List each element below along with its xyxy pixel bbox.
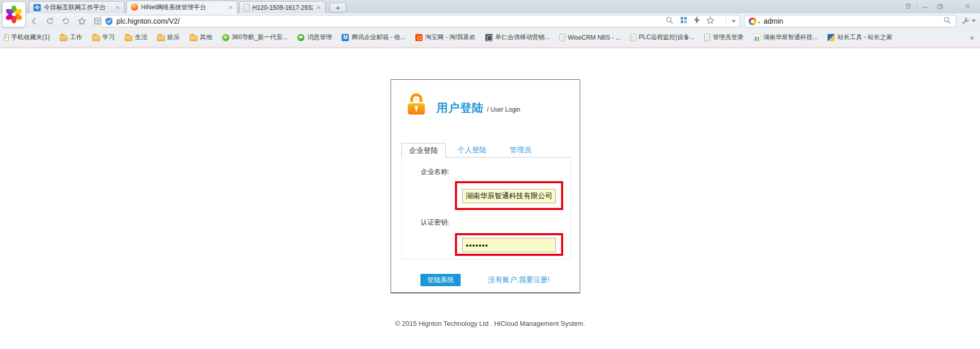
bookmark-item[interactable]: 管理员登录 (704, 33, 744, 42)
360-nav-icon (222, 34, 229, 41)
address-bar[interactable]: plc.hignton.com/V2/ (101, 15, 740, 27)
bookmark-item[interactable]: WiseCRM NBS - ... (560, 34, 621, 41)
bookmark-item[interactable]: 360导航_新一代安... (222, 33, 288, 42)
favorites-star-icon[interactable] (77, 16, 87, 26)
toolbar: plc.hignton.com/V2/ a (0, 13, 980, 29)
bookmark-item[interactable]: 手机收藏夹(1) (4, 33, 50, 42)
login-header: 用户登陆 / User Login (436, 100, 520, 116)
page-title: 用户登陆 (436, 100, 484, 116)
bookmark-item[interactable]: 单仁合强移动营销... (485, 33, 550, 42)
page-content: 用户登陆 / User Login 企业登陆 个人登陆 管理员 企业名称: 认证… (0, 48, 980, 349)
search-go-icon[interactable] (943, 16, 952, 27)
chinaz-icon (827, 34, 835, 41)
divider (917, 3, 917, 10)
folder-icon (157, 36, 165, 41)
bookmark-label: 手机收藏夹(1) (11, 33, 50, 42)
tab-title: 今目标互联网工作平台 (44, 3, 112, 12)
speed-mode-lightning-icon[interactable] (694, 16, 700, 26)
bookmark-item[interactable]: 淘宝网 - 淘!我喜欢 (415, 33, 476, 42)
bookmark-label: 单仁合强移动营销... (495, 33, 550, 42)
url-text[interactable]: plc.hignton.com/V2/ (116, 17, 665, 25)
bookmarks-overflow-chevron[interactable]: » (970, 33, 976, 42)
jin-app-icon: 今 (33, 4, 41, 11)
qr-code-icon[interactable] (680, 16, 688, 26)
browser-logo[interactable] (2, 2, 26, 27)
close-button[interactable] (960, 2, 975, 11)
search-engine-dropdown-icon[interactable] (757, 22, 761, 24)
login-form-panel: 企业名称: 认证密钥: (401, 157, 571, 259)
bookmark-folder[interactable]: 娱乐 (157, 33, 180, 42)
page-icon (704, 34, 710, 41)
dark-app-icon (485, 34, 493, 41)
back-icon[interactable] (29, 16, 39, 26)
close-tab-icon[interactable]: × (228, 4, 233, 11)
search-bar[interactable]: admin (744, 15, 956, 27)
close-tab-icon[interactable]: × (316, 4, 321, 11)
folder-icon (92, 36, 100, 41)
tab-admin-login[interactable]: 管理员 (498, 143, 543, 158)
bookmark-label: 湖南华辰智通科技... (763, 33, 818, 42)
bookmark-label: 娱乐 (167, 33, 180, 42)
close-tab-icon[interactable]: × (115, 4, 120, 11)
bookmark-item[interactable]: 消息管理 (297, 33, 332, 42)
undo-icon[interactable] (61, 16, 71, 26)
tools-menu[interactable] (961, 16, 976, 25)
restore-button[interactable] (933, 2, 947, 11)
bookmark-folder[interactable]: 学习 (92, 33, 115, 42)
search-input[interactable]: admin (764, 17, 943, 25)
login-submit-button[interactable]: 登陆系统 (420, 274, 461, 286)
tabs-container: 今 今目标互联网工作平台 × HiNet网络系统管理平台 × H120-1509… (29, 1, 346, 13)
chart-icon (753, 34, 761, 41)
tab-enterprise-login[interactable]: 企业登陆 (401, 143, 446, 158)
browser-window: 今 今目标互联网工作平台 × HiNet网络系统管理平台 × H120-1509… (0, 0, 980, 349)
zoom-search-icon[interactable] (665, 16, 674, 27)
folder-icon (125, 36, 132, 41)
bookmark-item[interactable]: 湖南华辰智通科技... (753, 33, 818, 42)
bookmark-label: 生活 (135, 33, 147, 42)
bookmarks-bar: 手机收藏夹(1) 工作 学习 生活 娱乐 其他 360导航_新一代安... 消 (0, 29, 980, 46)
nav-icons (29, 13, 103, 29)
bookmark-folder[interactable]: 其他 (190, 33, 212, 42)
theme-skin-icon[interactable] (901, 2, 916, 11)
bookmark-label: 管理员登录 (713, 33, 744, 42)
url-dropdown-icon[interactable] (732, 20, 736, 23)
folder-icon (60, 36, 67, 41)
highlight-box (455, 181, 563, 210)
site-safety-shield-icon (105, 17, 113, 26)
register-link[interactable]: 没有账户,我要注册! (488, 275, 550, 285)
refresh-icon[interactable] (45, 16, 55, 26)
address-bar-icons (665, 16, 736, 27)
tab-personal-login[interactable]: 个人登陆 (450, 143, 494, 158)
search-engine-icon[interactable] (749, 18, 756, 25)
spacer (446, 143, 450, 158)
tab-hinet[interactable]: HiNet网络系统管理平台 × (126, 1, 238, 13)
bookmark-folder[interactable]: 工作 (60, 33, 82, 42)
tab-strip: 今 今目标互联网工作平台 × HiNet网络系统管理平台 × H120-1509… (0, 0, 980, 13)
page-icon (631, 34, 636, 41)
flame-icon (131, 4, 138, 11)
bookmark-item[interactable]: PLC远程监控|设备... (631, 33, 695, 42)
tab-title: HiNet网络系统管理平台 (141, 3, 225, 12)
enterprise-name-field[interactable] (462, 189, 556, 203)
tab-jinmubiao[interactable]: 今 今目标互联网工作平台 × (29, 1, 125, 13)
tools-dropdown-icon (972, 20, 976, 22)
bookmark-label: 工作 (70, 33, 82, 42)
bookmark-star-icon[interactable] (706, 16, 715, 27)
highlight-box (455, 233, 563, 256)
blank-page-icon (244, 4, 249, 11)
auth-key-field[interactable] (462, 238, 556, 252)
auth-key-label: 认证密钥: (417, 217, 449, 228)
spacer (494, 143, 498, 158)
bookmark-item[interactable]: 站长工具 - 站长之家 (827, 33, 892, 42)
window-controls (901, 2, 975, 11)
bookmark-folder[interactable]: 生活 (125, 33, 147, 42)
page-icon (560, 34, 565, 41)
login-box: 用户登陆 / User Login 企业登陆 个人登陆 管理员 企业名称: 认证… (391, 79, 580, 293)
bookmark-label: 学习 (103, 33, 115, 42)
minimize-button[interactable] (918, 2, 933, 11)
new-tab-button[interactable]: + (330, 3, 346, 12)
footer-copyright: © 2015 Hignton Technology Ltd . HiCloud … (0, 320, 980, 327)
tab-h120[interactable]: H120-1509-1617-2932-77 × (239, 1, 326, 13)
bookmark-label: 淘宝网 - 淘!我喜欢 (425, 33, 476, 42)
bookmark-item[interactable]: 腾讯企业邮箱 - 收... (342, 33, 405, 42)
